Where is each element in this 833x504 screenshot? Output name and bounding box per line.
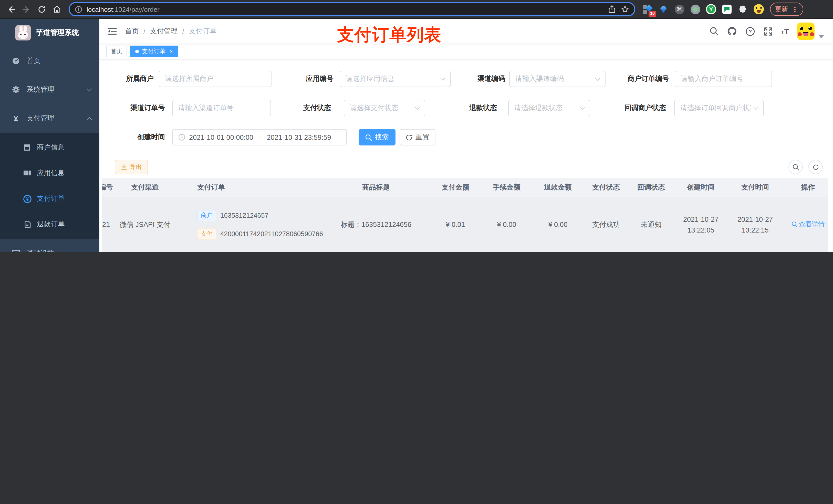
breadcrumb-home[interactable]: 首页	[125, 27, 139, 36]
date-end: 2021-10-31 23:59:59	[267, 134, 331, 141]
sidebar-item-system[interactable]: 系统管理	[0, 75, 99, 104]
site-info-icon[interactable]	[75, 5, 82, 13]
extensions-puzzle-icon[interactable]	[738, 4, 748, 14]
app-select[interactable]: 请选择应用信息	[340, 71, 451, 87]
extension-badge: 10	[648, 11, 656, 17]
sidebar-item-app-info[interactable]: 应用信息	[0, 160, 99, 186]
close-icon[interactable]: ×	[170, 48, 173, 54]
orders-table: 编号 支付渠道 支付订单 商品标题 支付金额 手续金额 退款金额 支付状态 回调…	[102, 178, 828, 252]
table-toolbar: 导出	[115, 160, 823, 174]
font-size-icon[interactable]: TT	[781, 27, 789, 35]
extension-recorder-icon[interactable]	[690, 4, 700, 14]
app-title: 芋道管理系统	[36, 28, 79, 38]
filter-row-3: 创建时间 2021-10-01 00:00:00 - 2021-10-31 23…	[115, 129, 823, 145]
extension-command-icon[interactable]: ⌘	[674, 4, 685, 14]
merchant-order-no-input[interactable]: 请输入商户订单编号	[675, 71, 772, 87]
pay-status-select[interactable]: 请选择支付状态	[344, 100, 425, 116]
chevron-down-icon	[595, 75, 600, 80]
logo-avatar	[15, 25, 31, 41]
create-time-range-input[interactable]: 2021-10-01 00:00:00 - 2021-10-31 23:59:5…	[172, 129, 347, 145]
chevron-up-icon	[87, 117, 92, 122]
table-row: 21 微信 JSAPI 支付 商户1635312124657 支付4200001…	[102, 197, 828, 252]
dashboard-icon	[11, 57, 21, 65]
extension-gem-icon[interactable]	[658, 4, 669, 14]
sidebar-item-pay-order[interactable]: ¥ 支付订单	[0, 186, 99, 212]
notify-status-select[interactable]: 请选择订单回调商户状态	[674, 100, 764, 116]
grid-icon	[23, 169, 32, 177]
url-text: localhost:1024/pay/order	[87, 5, 603, 13]
top-navbar: 首页 / 支付管理 / 支付订单 支付订单列表 ?	[99, 19, 833, 44]
address-bar[interactable]: localhost:1024/pay/order	[69, 2, 635, 16]
breadcrumb-pay-order: 支付订单	[189, 27, 216, 36]
channel-order-no-input[interactable]: 请输入渠道订单号	[172, 100, 271, 116]
table-header: 编号 支付渠道 支付订单 商品标题 支付金额 手续金额 退款金额 支付状态 回调…	[102, 178, 828, 197]
sidebar: 芋道管理系统 首页 系统管理 ¥ 支付管理	[0, 19, 99, 252]
tag-pay-order[interactable]: 支付订单 ×	[130, 45, 178, 57]
share-icon[interactable]	[608, 5, 616, 13]
refresh-button[interactable]	[808, 160, 823, 174]
screen: localhost:1024/pay/order 10 ⌘ Y	[0, 0, 833, 252]
user-avatar[interactable]	[797, 23, 814, 40]
browser-home-button[interactable]	[49, 2, 65, 17]
page-content: 所属商户 请选择所属商户 应用编号 请选择应用信息 渠道编码 请输入渠道编码 商…	[99, 59, 833, 252]
browser-reload-button[interactable]	[34, 2, 49, 17]
chevron-down-icon	[87, 86, 92, 91]
breadcrumb-payment[interactable]: 支付管理	[150, 27, 178, 36]
reset-button[interactable]: 重置	[400, 129, 435, 145]
browser-update-button[interactable]: 更新 ⋮	[770, 3, 803, 16]
navbar-actions: ? TT	[709, 19, 824, 44]
chevron-down-icon	[415, 104, 420, 110]
pay-tag: 支付	[197, 228, 216, 239]
browser-toolbar: localhost:1024/pay/order 10 ⌘ Y	[0, 0, 833, 19]
date-start: 2021-10-01 00:00:00	[189, 134, 253, 141]
chevron-down-icon	[580, 104, 585, 110]
fullscreen-icon[interactable]	[763, 26, 773, 36]
extension-tabs-icon[interactable]: 10	[642, 4, 653, 14]
bookmark-star-icon[interactable]	[621, 5, 629, 13]
github-icon[interactable]	[727, 26, 737, 37]
sidebar-item-merchant-info[interactable]: 商户信息	[0, 135, 99, 160]
avatar-dropdown-caret[interactable]	[819, 35, 824, 39]
export-button[interactable]: 导出	[115, 160, 148, 174]
browser-menu-icon[interactable]: ⋮	[791, 5, 798, 13]
search-button[interactable]: 搜索	[359, 129, 396, 145]
show-search-toggle-button[interactable]	[788, 160, 803, 174]
app-logo: 芋道管理系统	[0, 19, 99, 47]
search-icon[interactable]	[709, 27, 718, 36]
payment-submenu: 商户信息 应用信息 ¥ 支付订单	[0, 133, 99, 239]
breadcrumb: 首页 / 支付管理 / 支付订单	[125, 27, 216, 36]
extension-icons: 10 ⌘ Y	[642, 4, 764, 14]
hamburger-icon[interactable]	[108, 27, 117, 35]
filter-row-1: 所属商户 请选择所属商户 应用编号 请选择应用信息 渠道编码 请输入渠道编码 商…	[115, 71, 823, 87]
chevron-down-icon	[87, 250, 92, 252]
refund-status-select[interactable]: 请选择退款状态	[508, 100, 590, 116]
monitor-chart-icon	[11, 250, 21, 252]
tags-view-bar: 首页 支付订单 ×	[99, 44, 833, 59]
merchant-input[interactable]: 请选择所属商户	[159, 71, 271, 87]
chevron-down-icon	[440, 75, 446, 80]
sidebar-item-home[interactable]: 首页	[0, 47, 99, 75]
clock-icon	[178, 134, 186, 141]
help-icon[interactable]: ?	[745, 26, 755, 36]
extension-vue-devtools-icon[interactable]: Y	[706, 4, 716, 14]
page-annotation-title: 支付订单列表	[337, 24, 442, 47]
gear-icon	[11, 86, 21, 94]
extension-chat-icon[interactable]	[722, 4, 732, 14]
yen-icon: ¥	[11, 114, 21, 123]
profile-avatar-icon[interactable]	[754, 4, 764, 14]
tag-home[interactable]: 首页	[106, 45, 127, 57]
merchant-tag: 商户	[197, 210, 216, 221]
document-icon	[23, 220, 32, 229]
sidebar-item-payment[interactable]: ¥ 支付管理	[0, 104, 99, 133]
view-detail-link[interactable]: 查看详情	[791, 220, 825, 229]
browser-back-button[interactable]	[3, 2, 19, 17]
filter-row-2: 渠道订单号 请输入渠道订单号 支付状态 请选择支付状态 退款状态 请选择退款状态…	[115, 100, 823, 116]
sidebar-item-refund-order[interactable]: 退款订单	[0, 212, 99, 237]
svg-text:¥: ¥	[26, 196, 28, 201]
chevron-down-icon	[753, 104, 759, 110]
sidebar-item-infrastructure[interactable]: 基础设施	[0, 239, 99, 252]
channel-code-select[interactable]: 请输入渠道编码	[509, 71, 605, 87]
svg-text:?: ?	[748, 28, 752, 34]
browser-forward-button[interactable]	[19, 2, 34, 17]
active-dot	[135, 49, 139, 53]
